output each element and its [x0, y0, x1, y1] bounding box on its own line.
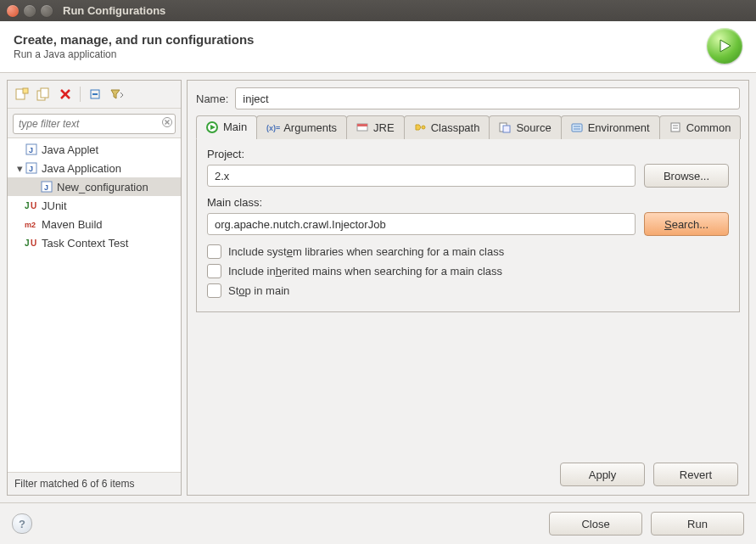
mainclass-label: Main class: — [207, 196, 729, 209]
window-title: Run Configurations — [63, 4, 165, 17]
delete-config-button[interactable] — [55, 84, 76, 104]
tab-label: Environment — [588, 121, 650, 134]
tree-item-label: JUnit — [42, 199, 67, 212]
svg-rect-27 — [357, 124, 367, 126]
revert-label: Revert — [680, 468, 712, 481]
jre-tab-icon — [356, 121, 368, 133]
tab-label: Main — [223, 121, 247, 133]
svg-text:m2: m2 — [25, 221, 36, 229]
svg-point-28 — [422, 126, 425, 129]
tree-item-junit[interactable]: ▸JUJUnit — [8, 196, 181, 215]
tab-label: Source — [516, 121, 551, 134]
filter-status: Filter matched 6 of 6 items — [8, 472, 181, 495]
junit-icon: JU — [25, 199, 38, 212]
svg-text:U: U — [31, 201, 36, 210]
task-context-icon: JU — [25, 236, 38, 250]
expand-arrow-icon[interactable]: ▾ — [14, 162, 25, 175]
tab-bar: Main(x)=ArgumentsJREClasspathSourceEnvir… — [196, 115, 740, 139]
tree-toolbar — [8, 81, 181, 109]
svg-rect-4 — [41, 88, 48, 98]
run-configurations-window: Run Configurations Create, manage, and r… — [0, 0, 756, 544]
filter-wrap — [8, 109, 181, 137]
svg-rect-30 — [503, 126, 510, 132]
source-tab-icon — [499, 121, 511, 133]
chk-include-inherited-label: Include inherited mains when searching f… — [228, 265, 502, 278]
apply-button[interactable]: Apply — [560, 463, 645, 486]
tree-item-maven-build[interactable]: ▸m2Maven Build — [8, 215, 181, 233]
tree-item-label: Maven Build — [42, 218, 103, 231]
classpath-tab-icon — [414, 121, 426, 133]
tree-item-label: Java Application — [42, 162, 121, 175]
svg-text:U: U — [31, 238, 36, 248]
chk-include-syslibs[interactable] — [207, 244, 221, 259]
tab-label: Arguments — [283, 121, 337, 134]
tree-item-java-applet[interactable]: ▸JJava Applet — [8, 140, 181, 159]
close-label: Close — [581, 518, 609, 530]
tab-main-body: Project: Browse... Main class: Search... — [196, 139, 740, 312]
svg-text:J: J — [25, 238, 30, 248]
svg-marker-0 — [720, 40, 731, 52]
tree-item-label: Task Context Test — [42, 237, 128, 250]
browse-project-button[interactable]: Browse... — [644, 164, 729, 188]
help-button[interactable]: ? — [12, 513, 32, 534]
browse-label: Browse... — [664, 170, 709, 182]
maximize-window-button[interactable] — [41, 5, 53, 17]
tab-classpath[interactable]: Classpath — [404, 115, 490, 139]
tree-item-java-application[interactable]: ▾JJava Application — [8, 159, 181, 177]
apply-label: Apply — [589, 468, 617, 481]
svg-rect-34 — [671, 123, 680, 132]
tab-common[interactable]: Common — [659, 115, 742, 139]
chk-include-syslibs-label: Include system libraries when searching … — [228, 245, 504, 258]
toolbar-separator — [80, 87, 81, 102]
tab-environment[interactable]: Environment — [561, 115, 660, 139]
tree-item-new-configuration[interactable]: ▸JNew_configuration — [8, 177, 181, 196]
common-tab-icon — [669, 121, 681, 133]
tab-label: JRE — [373, 121, 395, 134]
maven-icon: m2 — [25, 217, 38, 231]
new-config-button[interactable] — [11, 84, 31, 104]
chk-stop-in-main-label: Stop in main — [228, 284, 289, 297]
chk-stop-in-main[interactable] — [207, 283, 221, 298]
header-title: Create, manage, and run configurations — [14, 32, 707, 47]
titlebar: Run Configurations — [0, 0, 756, 21]
main-split: ▸JJava Applet▾JJava Application▸JNew_con… — [0, 73, 756, 502]
config-tree-pane: ▸JJava Applet▾JJava Application▸JNew_con… — [7, 80, 182, 496]
name-label: Name: — [196, 93, 228, 105]
chk-include-inherited[interactable] — [207, 264, 221, 278]
tab-label: Classpath — [431, 121, 480, 134]
revert-button[interactable]: Revert — [653, 463, 738, 486]
tree-item-task-context-test[interactable]: ▸JUTask Context Test — [8, 233, 181, 252]
tab-source[interactable]: Source — [489, 115, 561, 139]
close-window-button[interactable] — [7, 5, 19, 17]
arguments-tab-icon: (x)= — [266, 121, 278, 133]
tab-jre[interactable]: JRE — [346, 115, 405, 139]
tree-filter-input[interactable] — [13, 114, 176, 134]
close-button[interactable]: Close — [549, 512, 642, 536]
environment-tab-icon — [571, 121, 583, 133]
config-editor-pane: Name: Main(x)=ArgumentsJREClasspathSourc… — [187, 80, 749, 496]
dialog-footer: ? Close Run — [0, 502, 756, 544]
minimize-window-button[interactable] — [24, 5, 36, 17]
project-input[interactable] — [207, 165, 636, 187]
svg-text:(x)=: (x)= — [266, 124, 280, 132]
config-tree[interactable]: ▸JJava Applet▾JJava Application▸JNew_con… — [8, 137, 181, 472]
tree-item-label: New_configuration — [57, 181, 148, 193]
run-button[interactable]: Run — [651, 512, 744, 536]
search-mainclass-button[interactable]: Search... — [644, 212, 729, 236]
project-label: Project: — [207, 148, 729, 160]
duplicate-config-button[interactable] — [33, 84, 53, 104]
java-launch-icon: J — [25, 143, 38, 156]
run-button-label: Run — [687, 518, 708, 530]
main-tab-icon — [206, 121, 218, 133]
search-label: Search... — [664, 218, 708, 231]
filter-menu-button[interactable] — [107, 84, 127, 104]
svg-rect-31 — [572, 124, 582, 132]
tree-item-label: Java Applet — [42, 143, 98, 156]
svg-text:J: J — [44, 183, 48, 192]
tab-main[interactable]: Main — [196, 115, 257, 139]
config-name-input[interactable] — [235, 87, 740, 109]
tab-arguments[interactable]: (x)=Arguments — [256, 115, 347, 139]
collapse-all-button[interactable] — [85, 84, 105, 104]
svg-text:J: J — [25, 201, 30, 210]
mainclass-input[interactable] — [207, 213, 636, 235]
